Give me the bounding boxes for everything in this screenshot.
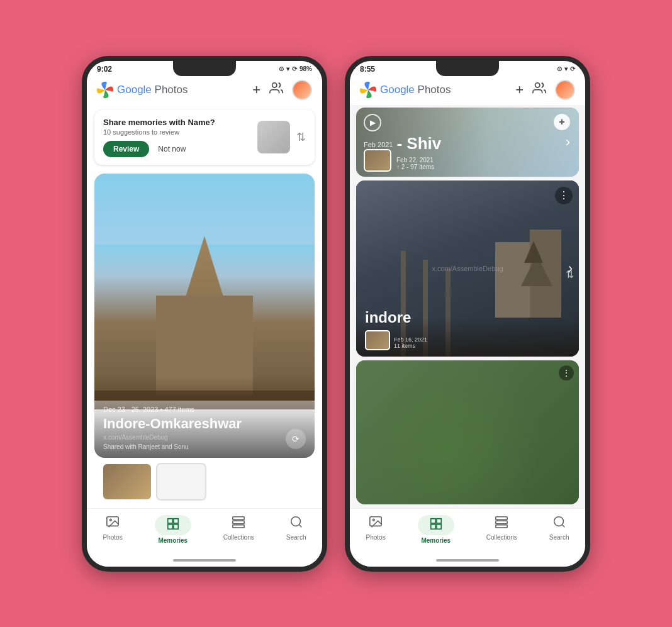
top-memory-card-right[interactable]: ▶ Feb 2021 - Shiv Feb 22, 2021 ↑ 2 - 97 …	[356, 108, 579, 177]
home-indicator-right	[350, 554, 585, 567]
memory-shared-left: Shared with Ranjeet and Sonu	[103, 443, 306, 450]
top-bar-left: Google Photos +	[87, 75, 322, 105]
status-time-left: 9:02	[97, 65, 112, 74]
nav-search-left[interactable]: Search	[276, 513, 316, 547]
nav-search-icon-left	[289, 515, 303, 532]
top-memory-arrow-right[interactable]: ›	[566, 134, 570, 150]
top-bar-right: Google Photos +	[350, 75, 585, 105]
google-photos-logo-left: Google Photos	[97, 82, 247, 98]
people-icon-right[interactable]	[532, 81, 546, 98]
suggestion-image	[257, 121, 290, 153]
not-now-button[interactable]: Not now	[155, 141, 188, 157]
photo-thumb-1[interactable]	[102, 463, 152, 501]
share-icon-left[interactable]: ⟳	[286, 429, 306, 449]
nav-photos-label-left: Photos	[103, 534, 123, 541]
top-memory-thumb-right	[364, 149, 391, 172]
large-memory-thumb-right	[365, 330, 390, 350]
nav-search-label-right: Search	[549, 534, 569, 541]
nav-memories-right[interactable]: Memories	[408, 513, 464, 547]
nav-collections-right[interactable]: Collections	[476, 513, 527, 547]
avatar-right[interactable]	[555, 80, 575, 100]
svg-point-12	[535, 83, 540, 87]
svg-rect-4	[174, 518, 178, 523]
nav-collections-label-right: Collections	[486, 534, 517, 541]
svg-rect-17	[430, 524, 435, 528]
svg-rect-15	[430, 518, 435, 523]
svg-rect-13	[370, 516, 381, 526]
logo-photos-left: Photos	[155, 84, 188, 96]
top-memory-play[interactable]: ▶	[364, 114, 381, 131]
svg-rect-7	[233, 516, 244, 519]
large-memory-card-right[interactable]: ⋮ x.com/AssembleDebug indore Feb 16, 202…	[356, 180, 579, 357]
large-memory-watermark-right: x.com/AssembleDebug	[432, 265, 503, 272]
memory-overlay-left: Dec 23 - 25, 2023 • 477 items Indore-Omk…	[94, 398, 315, 457]
phone-left: 9:02 ⊙ ▾ ⟳ 98%	[82, 56, 327, 572]
add-icon-right[interactable]: +	[515, 82, 524, 98]
google-photos-logo-right: Google Photos	[360, 82, 510, 98]
suggestion-content: Share memories with Name? 10 suggestions…	[103, 118, 251, 157]
nav-collections-left[interactable]: Collections	[213, 513, 264, 547]
top-memory-info-right: Feb 22, 2021 ↑ 2 - 97 items	[396, 157, 434, 170]
svg-rect-6	[174, 524, 178, 528]
nav-photos-icon-left	[106, 515, 120, 532]
svg-rect-19	[496, 516, 507, 519]
pinwheel-icon-right	[360, 82, 376, 98]
large-memory-title-right: indore	[365, 309, 411, 326]
logo-google-right: Google	[380, 84, 415, 96]
memory-date-left: Dec 23 - 25, 2023 • 477 items	[103, 406, 306, 413]
photo-thumb-2[interactable]	[156, 463, 206, 501]
logo-google-left: Google	[117, 84, 152, 96]
nav-collections-icon-left	[232, 515, 245, 532]
nav-photos-label-right: Photos	[366, 534, 386, 541]
home-indicator-left	[87, 554, 322, 567]
svg-rect-5	[167, 524, 172, 528]
nav-collections-label-left: Collections	[223, 534, 254, 541]
status-icons-right: ⊙ ▾ ⟳	[557, 65, 575, 72]
nav-photos-left[interactable]: Photos	[93, 513, 133, 547]
svg-rect-1	[107, 516, 118, 526]
nav-search-icon-right	[552, 515, 566, 532]
svg-line-11	[299, 524, 301, 527]
top-memory-plus-right[interactable]: +	[554, 114, 570, 130]
expand-icon-right[interactable]: ⇅	[566, 269, 574, 280]
svg-rect-16	[437, 518, 441, 523]
svg-rect-20	[496, 521, 507, 524]
svg-point-10	[291, 516, 300, 526]
suggestion-card-left: Share memories with Name? 10 suggestions…	[94, 110, 315, 165]
nav-memories-icon-wrap-right	[418, 515, 454, 535]
logo-text-left: Google Photos	[117, 84, 188, 96]
large-memory-menu-right[interactable]: ⋮	[555, 187, 573, 204]
avatar-left[interactable]	[292, 80, 312, 100]
nav-search-right[interactable]: Search	[539, 513, 580, 547]
top-memory-title-right: - Shiv	[396, 134, 441, 153]
bottom-nav-left: Photos Memories Collections	[87, 508, 322, 554]
svg-rect-18	[437, 524, 441, 528]
phone-right: 8:55 ⊙ ▾ ⟳ Google Photos	[345, 56, 590, 572]
svg-rect-3	[167, 518, 172, 523]
people-icon-left[interactable]	[269, 81, 283, 98]
nav-photos-right[interactable]: Photos	[356, 513, 396, 547]
pinwheel-icon-left	[97, 82, 113, 98]
top-actions-left: +	[252, 80, 312, 100]
review-button[interactable]: Review	[103, 141, 149, 157]
svg-rect-8	[233, 521, 244, 524]
small-memory-menu-right[interactable]: ⋮	[559, 365, 574, 380]
svg-point-0	[272, 83, 277, 87]
svg-point-2	[110, 519, 112, 521]
nav-photos-icon-right	[369, 515, 383, 532]
nav-memories-left[interactable]: Memories	[145, 513, 201, 547]
suggestion-title: Share memories with Name?	[103, 118, 251, 127]
small-memory-card-right[interactable]: ⋮	[356, 360, 579, 504]
large-memory-date-info-right: Feb 16, 2021 11 items	[394, 336, 427, 349]
svg-point-14	[373, 519, 375, 521]
svg-point-22	[554, 516, 563, 526]
status-time-right: 8:55	[360, 65, 375, 74]
bottom-nav-right: Photos Memories Collections	[350, 508, 585, 554]
nav-memories-icon-wrap-left	[155, 515, 191, 535]
logo-photos-right: Photos	[418, 84, 451, 96]
add-icon-left[interactable]: +	[252, 82, 260, 98]
memory-card-left[interactable]: Dec 23 - 25, 2023 • 477 items Indore-Omk…	[94, 174, 315, 458]
nav-memories-label-left: Memories	[158, 537, 188, 544]
memory-title-left: Indore-Omkareshwar	[103, 416, 306, 432]
phones-container: 9:02 ⊙ ▾ ⟳ 98%	[69, 43, 603, 584]
